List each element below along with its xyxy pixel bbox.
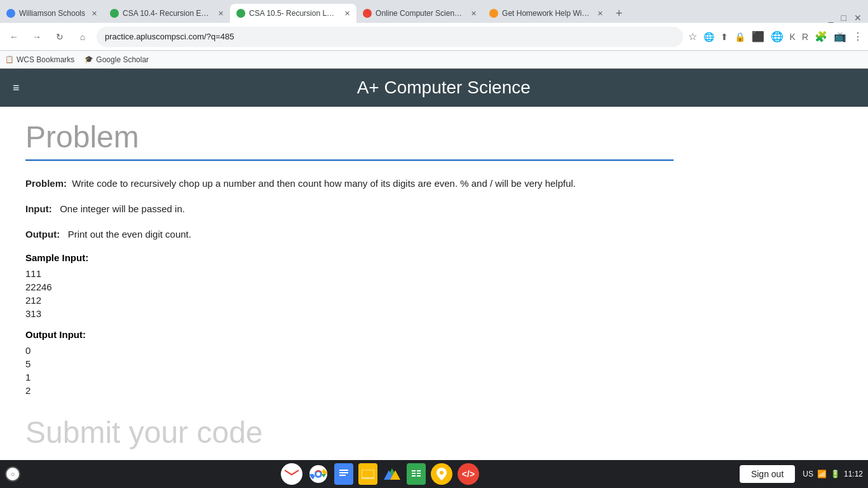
svg-rect-9: [362, 470, 374, 477]
bookmark-icon-scholar: 🎓: [85, 55, 93, 64]
page-content: ≡ A+ Computer Science Problem Problem: W…: [0, 69, 868, 460]
tab-close-btn[interactable]: ✕: [218, 10, 224, 18]
sample-input-1: 111: [25, 268, 674, 279]
browser-icon-3[interactable]: 🔒: [735, 32, 745, 42]
svg-point-3: [316, 472, 320, 476]
tab-label: Online Computer Science Pra: [376, 9, 465, 18]
svg-rect-15: [412, 470, 416, 471]
svg-point-21: [440, 471, 444, 475]
output-input-section: Output Input: 0 5 1 2: [25, 329, 674, 396]
taskbar-gmail[interactable]: [281, 463, 302, 485]
svg-rect-17: [412, 473, 416, 474]
tab-favicon: [236, 9, 245, 18]
tab-homework[interactable]: Get Homework Help With Che ✕: [483, 4, 609, 23]
bookmark-label-wcs: WCS Bookmarks: [17, 55, 74, 64]
output-input-3: 1: [25, 372, 674, 383]
sample-input-3: 212: [25, 295, 674, 306]
output-input-title: Output Input:: [25, 329, 674, 340]
browser-icon-6[interactable]: K: [790, 32, 796, 42]
locale-indicator: US: [803, 470, 813, 478]
taskbar-apps: </>: [25, 463, 735, 485]
cast-icon[interactable]: 📺: [834, 30, 846, 43]
app-header: ≡ A+ Computer Science: [0, 69, 868, 107]
taskbar-keep[interactable]: [431, 463, 452, 485]
taskbar-circle-btn[interactable]: ○: [5, 466, 20, 482]
svg-rect-20: [417, 475, 421, 477]
browser-icon-2[interactable]: ⬆: [721, 32, 728, 42]
taskbar-chrome[interactable]: [308, 463, 329, 485]
tab-label: CSA 10.5- Recursion Lab | Sch: [249, 9, 338, 18]
svg-rect-6: [339, 472, 348, 473]
url-input[interactable]: practice.apluscompsci.com/?q=485: [97, 27, 683, 47]
sample-input-2: 22246: [25, 281, 674, 292]
menu-icon[interactable]: ⋮: [853, 30, 863, 43]
sample-input-title: Sample Input:: [25, 252, 674, 263]
problem-label: Problem:: [25, 178, 67, 189]
tab-csa104[interactable]: CSA 10.4- Recursion Example ✕: [104, 4, 230, 23]
bookmark-star[interactable]: ☆: [688, 30, 697, 43]
back-button[interactable]: ←: [5, 28, 23, 46]
output-description: Output: Print out the even digit count.: [25, 227, 674, 242]
app-title: A+ Computer Science: [32, 78, 855, 98]
tab-favicon: [489, 9, 498, 18]
taskbar-status: US 📶 🔋 11:12: [803, 470, 863, 478]
tab-close-btn[interactable]: ✕: [597, 10, 603, 18]
output-input-1: 0: [25, 345, 674, 356]
problem-description: Problem: Write code to recursively chop …: [25, 176, 674, 191]
sample-input-4: 313: [25, 308, 674, 319]
url-text: practice.apluscompsci.com/?q=485: [105, 32, 234, 41]
maximize-btn[interactable]: □: [841, 13, 846, 23]
browser-icon-1[interactable]: 🌐: [703, 32, 714, 42]
bookmark-label-scholar: Google Scholar: [96, 55, 149, 64]
problem-text: Write code to recursively chop up a numb…: [72, 178, 576, 189]
browser-icon-7[interactable]: R: [802, 32, 808, 42]
tab-csa105[interactable]: CSA 10.5- Recursion Lab | Sch ✕: [230, 4, 356, 23]
minimize-btn[interactable]: _: [829, 13, 834, 23]
hamburger-menu[interactable]: ≡: [13, 81, 20, 95]
tab-label: Williamson Schools: [19, 9, 85, 18]
svg-rect-5: [339, 470, 348, 471]
new-tab-button[interactable]: +: [609, 7, 629, 20]
tab-label: CSA 10.4- Recursion Example: [123, 9, 212, 18]
taskbar-sheets[interactable]: [407, 463, 426, 485]
browser-icon-5[interactable]: 🌐: [771, 30, 783, 43]
taskbar-slides[interactable]: [358, 463, 377, 485]
bookmarks-bar: 📋 WCS Bookmarks 🎓 Google Scholar: [0, 51, 868, 69]
tab-favicon: [6, 9, 15, 18]
taskbar-apps-script[interactable]: </>: [458, 463, 479, 485]
tab-close-btn[interactable]: ✕: [471, 10, 477, 18]
forward-button[interactable]: →: [28, 28, 46, 46]
sign-out-button[interactable]: Sign out: [740, 465, 795, 483]
bookmark-icon-wcs: 📋: [5, 55, 14, 64]
tab-favicon: [363, 9, 372, 18]
input-label: Input:: [25, 203, 52, 214]
problem-heading: Problem: [25, 119, 674, 154]
bookmark-wcs[interactable]: 📋 WCS Bookmarks: [5, 55, 74, 64]
submit-heading: Submit your code: [25, 415, 674, 450]
sample-input-section: Sample Input: 111 22246 212 313: [25, 252, 674, 319]
tab-close-btn[interactable]: ✕: [92, 10, 97, 18]
bookmark-scholar[interactable]: 🎓 Google Scholar: [85, 55, 149, 64]
taskbar-docs[interactable]: [334, 463, 353, 485]
address-bar: ← → ↻ ⌂ practice.apluscompsci.com/?q=485…: [0, 23, 868, 51]
reload-button[interactable]: ↻: [51, 28, 69, 46]
tab-williamson[interactable]: Williamson Schools ✕: [0, 4, 104, 23]
home-button[interactable]: ⌂: [74, 28, 92, 46]
main-content-area: Problem Problem: Write code to recursive…: [0, 107, 699, 460]
extensions-icon[interactable]: 🧩: [815, 30, 827, 43]
output-input-2: 5: [25, 358, 674, 369]
browser-icon-4[interactable]: ⬛: [752, 30, 764, 43]
tab-online-cs[interactable]: Online Computer Science Pra ✕: [356, 4, 483, 23]
wifi-icon: 📶: [817, 470, 827, 478]
tab-favicon: [110, 9, 119, 18]
tab-bar: Williamson Schools ✕ CSA 10.4- Recursion…: [0, 0, 868, 23]
close-btn[interactable]: ✕: [854, 13, 862, 23]
input-description: Input: One integer will be passed in.: [25, 201, 674, 217]
taskbar: ○: [0, 460, 868, 488]
taskbar-drive[interactable]: [383, 463, 402, 485]
output-input-4: 2: [25, 385, 674, 396]
svg-rect-19: [412, 475, 416, 477]
tab-label: Get Homework Help With Che: [502, 9, 591, 18]
battery-icon: 🔋: [831, 470, 840, 478]
tab-close-btn[interactable]: ✕: [344, 10, 350, 18]
